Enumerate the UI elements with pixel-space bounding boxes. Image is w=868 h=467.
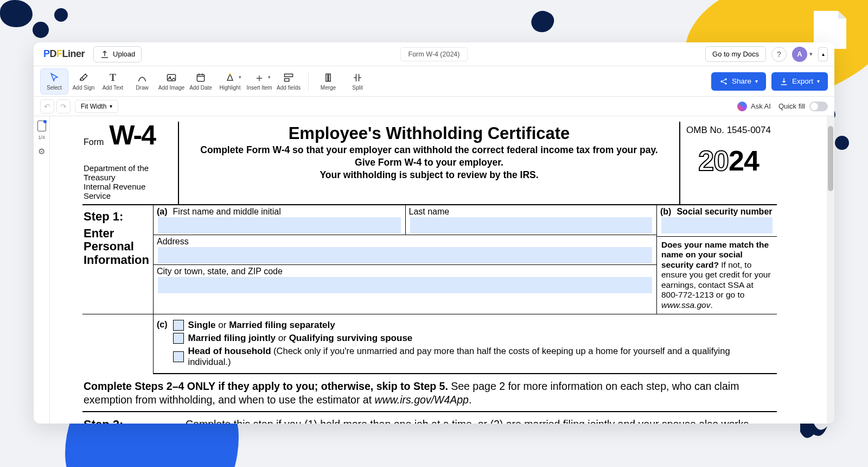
- subbar: ↶ ↷ Fit Width ▾ Ask AI Quick fill: [34, 97, 834, 116]
- help-button[interactable]: ?: [771, 47, 787, 62]
- fields-icon: [283, 72, 294, 84]
- merge-icon: [323, 72, 334, 84]
- document-canvas[interactable]: Form W-4 Department of the Treasury Inte…: [50, 116, 834, 424]
- share-button[interactable]: Share ▾: [711, 72, 766, 91]
- text-icon: T: [110, 72, 116, 84]
- gear-icon[interactable]: ⚙: [38, 147, 45, 156]
- avatar: A: [792, 47, 807, 62]
- step1-label: Step 1: Enter Personal Information: [82, 205, 153, 314]
- tool-draw[interactable]: Draw: [128, 68, 156, 94]
- goto-docs-button[interactable]: Go to my Docs: [705, 46, 766, 62]
- tool-add-image[interactable]: Add Image: [157, 68, 186, 94]
- calendar-icon: [195, 72, 206, 84]
- decor-blob-navy: [33, 22, 49, 38]
- ask-ai-button[interactable]: Ask AI: [737, 102, 771, 111]
- city-input[interactable]: [158, 277, 652, 293]
- decor-blob-navy: [54, 8, 68, 22]
- signature-icon: [78, 72, 89, 84]
- ai-icon: [737, 102, 747, 111]
- workspace: 1/4 ⚙ Form W-4 Department of the Treasur…: [34, 116, 834, 424]
- document-title[interactable]: Form W-4 (2024): [400, 47, 468, 61]
- form-header-center: Employee's Withholding Certificate Compl…: [179, 122, 679, 204]
- scrollbar-vertical[interactable]: [827, 116, 834, 424]
- split-icon: [352, 72, 363, 84]
- chevron-down-icon: ▾: [268, 74, 271, 80]
- tool-add-text[interactable]: T Add Text: [99, 68, 127, 94]
- address-input[interactable]: [158, 247, 652, 263]
- pencil-icon: [137, 72, 148, 84]
- ssn-input[interactable]: [661, 217, 773, 234]
- checkbox-single[interactable]: [173, 320, 184, 331]
- topbar: PDFLiner Upload Form W-4 (2024) Go to my…: [34, 42, 834, 66]
- name-match-note: Does your name match the name on your so…: [657, 237, 777, 314]
- svg-rect-4: [285, 74, 293, 77]
- upload-label: Upload: [113, 50, 135, 58]
- tool-highlight[interactable]: Highlight ▾: [216, 68, 244, 94]
- image-icon: [166, 72, 177, 84]
- cursor-icon: [49, 72, 60, 84]
- account-menu[interactable]: A ▾: [792, 47, 813, 62]
- step2-text: Complete this step if you (1) hold more …: [186, 418, 777, 424]
- instruction-block: Complete Steps 2–4 ONLY if they apply to…: [82, 374, 777, 413]
- chevron-down-icon: ▾: [755, 78, 758, 84]
- chevron-down-icon: ▾: [239, 74, 241, 80]
- redo-button[interactable]: ↷: [56, 99, 71, 113]
- pages-panel-icon[interactable]: [37, 121, 46, 131]
- form-header-right: OMB No. 1545-0074 2024: [679, 122, 777, 204]
- tool-split[interactable]: Split: [343, 68, 372, 94]
- logo[interactable]: PDFLiner: [40, 46, 88, 62]
- toolbar: Select Add Sign T Add Text Draw Add Imag…: [34, 66, 834, 97]
- toggle-switch[interactable]: [809, 102, 828, 111]
- more-options-button[interactable]: ▴: [818, 47, 828, 61]
- svg-point-3: [229, 73, 231, 75]
- lastname-input[interactable]: [410, 217, 653, 234]
- tool-add-date[interactable]: Add Date: [187, 68, 215, 94]
- share-icon: [719, 77, 728, 86]
- tool-merge[interactable]: Merge: [314, 68, 342, 94]
- decor-blob-navy: [0, 0, 33, 27]
- download-icon: [780, 77, 788, 86]
- form-header-left: Form W-4 Department of the Treasury Inte…: [82, 122, 179, 204]
- export-button[interactable]: Export ▾: [771, 72, 828, 91]
- tool-add-fields[interactable]: Add fields: [275, 68, 303, 94]
- chevron-down-icon: ▾: [110, 103, 112, 109]
- document-page: Form W-4 Department of the Treasury Inte…: [82, 116, 777, 424]
- tool-add-sign[interactable]: Add Sign: [69, 68, 98, 94]
- filing-status-row: (c) Single or Married filing separately …: [153, 314, 777, 374]
- svg-rect-5: [285, 79, 289, 81]
- undo-button[interactable]: ↶: [40, 99, 54, 113]
- page-counter: 1/4: [38, 135, 45, 140]
- app-shell: PDFLiner Upload Form W-4 (2024) Go to my…: [34, 42, 834, 424]
- upload-button[interactable]: Upload: [93, 46, 142, 62]
- upload-icon: [100, 49, 110, 59]
- decor-blob-navy: [528, 7, 557, 36]
- highlight-icon: [225, 72, 235, 84]
- chevron-down-icon: ▾: [817, 78, 820, 84]
- checkbox-married-joint[interactable]: [173, 333, 184, 344]
- sidebar-mini: 1/4 ⚙: [34, 116, 50, 424]
- scrollbar-thumb[interactable]: [828, 126, 833, 191]
- firstname-input[interactable]: [158, 217, 401, 234]
- quickfill-toggle: Quick fill: [778, 102, 828, 111]
- divider: [308, 72, 309, 91]
- svg-rect-2: [197, 74, 204, 81]
- plus-icon: ＋: [254, 72, 265, 84]
- tool-insert-item[interactable]: ＋ Insert Item ▾: [245, 68, 273, 94]
- zoom-select[interactable]: Fit Width ▾: [75, 100, 118, 113]
- step2-label: Step 2: Multiple Jobs or Spouse: [82, 418, 186, 424]
- tool-select[interactable]: Select: [40, 68, 68, 94]
- chevron-down-icon: ▾: [809, 51, 813, 58]
- decor-blob-navy: [835, 136, 849, 150]
- checkbox-head-household[interactable]: [173, 351, 184, 362]
